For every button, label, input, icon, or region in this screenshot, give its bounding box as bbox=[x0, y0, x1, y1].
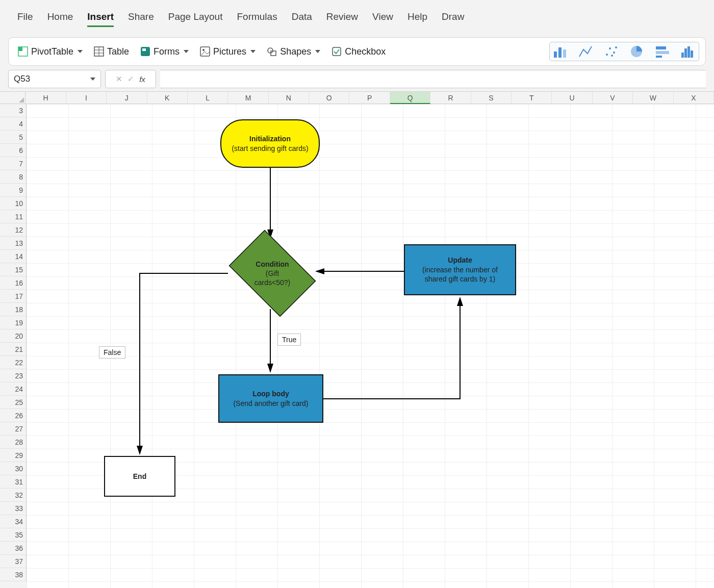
pivottable-button[interactable]: PivotTable bbox=[15, 43, 86, 60]
menu-view[interactable]: View bbox=[372, 11, 393, 27]
cond-sub1: (Gift bbox=[266, 269, 279, 278]
row-header-16[interactable]: 16 bbox=[0, 276, 27, 290]
svg-rect-24 bbox=[656, 56, 662, 58]
row-header-28[interactable]: 28 bbox=[0, 436, 27, 449]
row-header-18[interactable]: 18 bbox=[0, 303, 27, 316]
row-header-32[interactable]: 32 bbox=[0, 489, 27, 502]
charts-gallery[interactable] bbox=[549, 42, 699, 61]
menu-share[interactable]: Share bbox=[128, 11, 154, 27]
column-header-R[interactable]: R bbox=[430, 92, 471, 104]
row-header-17[interactable]: 17 bbox=[0, 290, 27, 303]
flow-loop-body[interactable]: Loop body (Send another gift card) bbox=[218, 374, 323, 423]
row-header-34[interactable]: 34 bbox=[0, 515, 27, 528]
row-header-31[interactable]: 31 bbox=[0, 475, 27, 489]
menu-file[interactable]: File bbox=[17, 11, 33, 27]
row-header-33[interactable]: 33 bbox=[0, 502, 27, 515]
scatter-chart-icon bbox=[604, 44, 619, 59]
row-header-27[interactable]: 27 bbox=[0, 422, 27, 436]
row-header-12[interactable]: 12 bbox=[0, 223, 27, 237]
flow-end[interactable]: End bbox=[104, 456, 175, 497]
menu-page-layout[interactable]: Page Layout bbox=[168, 11, 223, 27]
menu-formulas[interactable]: Formulas bbox=[237, 11, 277, 27]
column-header-V[interactable]: V bbox=[593, 92, 633, 104]
true-label[interactable]: True bbox=[277, 334, 301, 346]
row-header-30[interactable]: 30 bbox=[0, 462, 27, 475]
row-header-10[interactable]: 10 bbox=[0, 197, 27, 210]
table-button[interactable]: Table bbox=[91, 43, 132, 60]
row-header-13[interactable]: 13 bbox=[0, 237, 27, 250]
row-header-15[interactable]: 15 bbox=[0, 263, 27, 276]
fx-label[interactable]: fx bbox=[139, 75, 145, 84]
row-header-7[interactable]: 7 bbox=[0, 157, 27, 170]
column-header-K[interactable]: K bbox=[147, 92, 188, 104]
row-header-29[interactable]: 29 bbox=[0, 449, 27, 462]
row-header-14[interactable]: 14 bbox=[0, 250, 27, 263]
column-header-S[interactable]: S bbox=[471, 92, 512, 104]
flow-initialization[interactable]: Initialization (start sending gift cards… bbox=[220, 119, 320, 168]
row-header-37[interactable]: 37 bbox=[0, 555, 27, 568]
row-header-26[interactable]: 26 bbox=[0, 409, 27, 422]
chevron-down-icon bbox=[90, 78, 95, 81]
row-header-9[interactable]: 9 bbox=[0, 184, 27, 197]
end-label: End bbox=[133, 472, 146, 481]
row-header-11[interactable]: 11 bbox=[0, 210, 27, 223]
row-header-4[interactable]: 4 bbox=[0, 117, 27, 131]
forms-button[interactable]: Forms bbox=[137, 43, 192, 60]
column-header-L[interactable]: L bbox=[188, 92, 228, 104]
column-header-Q[interactable]: Q bbox=[390, 92, 430, 104]
column-header-U[interactable]: U bbox=[552, 92, 592, 104]
row-header-20[interactable]: 20 bbox=[0, 329, 27, 343]
checkbox-button[interactable]: Checkbox bbox=[328, 43, 389, 60]
column-header-X[interactable]: X bbox=[674, 92, 714, 104]
column-header-I[interactable]: I bbox=[66, 92, 107, 104]
formula-input[interactable] bbox=[160, 70, 706, 88]
row-header-35[interactable]: 35 bbox=[0, 528, 27, 542]
svg-point-19 bbox=[615, 46, 617, 48]
shapes-button[interactable]: Shapes bbox=[264, 43, 323, 60]
flow-update[interactable]: Update (increase the number of shared gi… bbox=[404, 244, 516, 295]
menu-data[interactable]: Data bbox=[292, 11, 312, 27]
flowchart-diagram[interactable]: Initialization (start sending gift cards… bbox=[27, 104, 588, 588]
column-header-H[interactable]: H bbox=[26, 92, 66, 104]
column-header-J[interactable]: J bbox=[107, 92, 147, 104]
loop-title: Loop body bbox=[252, 389, 289, 399]
svg-rect-11 bbox=[271, 51, 276, 56]
row-header-24[interactable]: 24 bbox=[0, 382, 27, 396]
svg-point-9 bbox=[202, 49, 205, 51]
row-header-5[interactable]: 5 bbox=[0, 131, 27, 144]
pictures-button[interactable]: Pictures bbox=[197, 43, 259, 60]
menu-insert[interactable]: Insert bbox=[87, 11, 114, 27]
menu-home[interactable]: Home bbox=[47, 11, 73, 27]
column-header-M[interactable]: M bbox=[228, 92, 268, 104]
column-header-P[interactable]: P bbox=[349, 92, 390, 104]
cancel-icon[interactable]: ✕ bbox=[116, 74, 122, 84]
select-all-corner[interactable] bbox=[0, 92, 26, 104]
spreadsheet-grid: HIJKLMNOPQRSTUVWX 3456789101112131415161… bbox=[0, 91, 714, 104]
row-header-36[interactable]: 36 bbox=[0, 542, 27, 555]
column-header-N[interactable]: N bbox=[269, 92, 309, 104]
shapes-icon bbox=[267, 46, 277, 57]
menu-review[interactable]: Review bbox=[326, 11, 358, 27]
row-header-6[interactable]: 6 bbox=[0, 144, 27, 157]
menu-draw[interactable]: Draw bbox=[442, 11, 464, 27]
column-header-O[interactable]: O bbox=[309, 92, 349, 104]
row-header-21[interactable]: 21 bbox=[0, 343, 27, 356]
row-header-19[interactable]: 19 bbox=[0, 316, 27, 329]
column-header-T[interactable]: T bbox=[512, 92, 552, 104]
menu-help[interactable]: Help bbox=[407, 11, 427, 27]
row-header-25[interactable]: 25 bbox=[0, 396, 27, 409]
row-header-23[interactable]: 23 bbox=[0, 369, 27, 382]
row-header-8[interactable]: 8 bbox=[0, 170, 27, 184]
cond-sub2: cards<50?) bbox=[254, 278, 290, 287]
row-header-38[interactable]: 38 bbox=[0, 568, 27, 581]
row-header-3[interactable]: 3 bbox=[0, 104, 27, 117]
pictures-label: Pictures bbox=[213, 46, 246, 57]
name-box[interactable]: Q53 bbox=[8, 70, 101, 88]
formula-controls: ✕ ✓ fx bbox=[105, 70, 156, 88]
forms-label: Forms bbox=[154, 46, 180, 57]
column-header-W[interactable]: W bbox=[633, 92, 673, 104]
flow-condition[interactable]: Condition (Gift cards<50?) bbox=[221, 238, 323, 309]
row-header-22[interactable]: 22 bbox=[0, 356, 27, 369]
false-label[interactable]: False bbox=[99, 346, 125, 359]
accept-icon[interactable]: ✓ bbox=[128, 74, 134, 84]
